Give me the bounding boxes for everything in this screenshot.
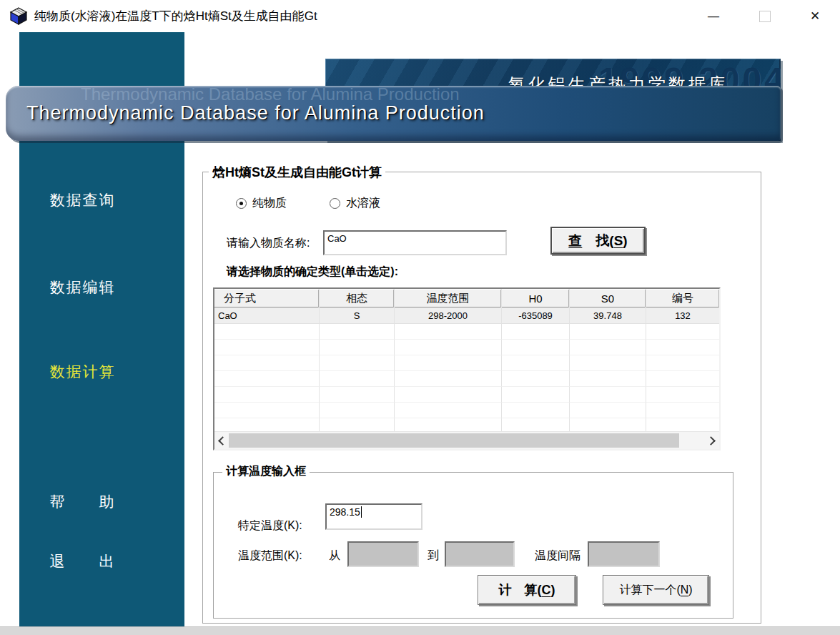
table-empty-row [214, 355, 719, 371]
chevron-right-icon [706, 436, 716, 446]
substance-name-input[interactable]: CaO [323, 230, 507, 255]
col-header-phase[interactable]: 相态 [320, 289, 395, 307]
minimize-icon: — [708, 10, 719, 23]
range-from-label: 从 [329, 548, 340, 563]
app-window: 纯物质(水溶液)在温度T下的焓Ht熵St及生成自由能Gt — ✕ 数据查询 数据… [0, 0, 840, 635]
close-icon: ✕ [810, 9, 820, 24]
cell-temp-range: 298-2000 [395, 307, 502, 324]
table-empty-row [214, 340, 719, 355]
maximize-icon [759, 11, 771, 22]
substance-type-radios: 纯物质 水溶液 [236, 196, 380, 211]
specific-temperature-input[interactable]: 298.15 [325, 503, 423, 530]
cell-formula: CaO [214, 307, 320, 324]
horizontal-scrollbar[interactable] [214, 431, 719, 449]
maximize-button[interactable] [748, 0, 781, 32]
temperature-groupbox-title: 计算温度输入框 [222, 464, 310, 479]
scroll-right-arrow[interactable] [705, 432, 719, 449]
col-header-h0[interactable]: H0 [502, 289, 570, 307]
title-bar: 纯物质(水溶液)在温度T下的焓Ht熵St及生成自由能Gt — ✕ [0, 0, 840, 32]
col-header-formula[interactable]: 分子式 [214, 289, 320, 307]
radio-pure-substance[interactable] [236, 198, 247, 209]
app-icon [9, 6, 29, 26]
search-button-label-part: S [614, 233, 623, 249]
banner-title-pill: Thermodynamic Database for Alumina Produ… [6, 86, 781, 141]
col-header-temp-range[interactable]: 温度范围 [395, 289, 502, 307]
radio-aqueous-solution-label[interactable]: 水溶液 [346, 196, 380, 211]
cell-id: 132 [646, 307, 719, 324]
minimize-button[interactable]: — [697, 0, 730, 32]
range-from-input[interactable] [347, 541, 419, 567]
col-header-s0[interactable]: S0 [570, 289, 646, 307]
scrollbar-thumb[interactable] [229, 433, 679, 448]
radio-pure-substance-label[interactable]: 纯物质 [252, 196, 287, 211]
table-header-row: 分子式 相态 温度范围 H0 S0 编号 [214, 289, 719, 307]
select-type-label: 请选择物质的确定类型(单击选定): [227, 265, 398, 280]
substance-name-value: CaO [327, 233, 347, 244]
sidebar-item-help[interactable]: 帮 助 [0, 492, 165, 512]
calculate-button-label-part: ) [551, 583, 555, 598]
col-header-id[interactable]: 编号 [646, 289, 719, 307]
table-empty-row [214, 403, 719, 418]
table-empty-row [214, 324, 719, 340]
search-button-label-part: 找( [582, 232, 613, 250]
calculate-button-label-part: C [542, 583, 551, 598]
text-caret [361, 506, 362, 518]
calculate-next-button[interactable]: 计算下一个(N) [603, 575, 709, 605]
specific-temperature-label: 特定温度(K): [238, 518, 302, 533]
interval-label: 温度间隔 [535, 548, 580, 563]
range-to-label: 到 [428, 548, 439, 563]
cell-s0: 39.748 [570, 307, 646, 324]
sidebar-item-data-edit[interactable]: 数据编辑 [0, 277, 165, 297]
cell-phase: S [320, 307, 395, 324]
chevron-left-icon [218, 436, 227, 446]
calculation-groupbox-title: 焓Ht熵St及生成自由能Gt计算 [209, 164, 385, 181]
calculate-next-button-label-part: ) [688, 584, 692, 596]
calculate-button-label-part: 计 算( [499, 581, 542, 599]
interval-input[interactable] [588, 541, 660, 567]
search-button-label-part: 查 [568, 232, 582, 250]
calculate-next-button-label-part: N [681, 584, 689, 596]
window-bottom-edge [0, 626, 840, 635]
scroll-left-arrow[interactable] [214, 432, 229, 449]
table-empty-row [214, 387, 719, 403]
range-to-input[interactable] [445, 541, 515, 567]
calculate-next-button-label-part: 计算下一个( [619, 583, 680, 598]
temperature-range-label: 温度范围(K): [238, 548, 302, 563]
close-button[interactable]: ✕ [799, 0, 831, 32]
specific-temperature-value: 298.15 [330, 506, 360, 518]
banner-english-title: Thermodynamic Database for Alumina Produ… [26, 102, 485, 124]
cell-h0: -635089 [502, 307, 570, 324]
sidebar-item-data-query[interactable]: 数据查询 [0, 190, 165, 210]
sidebar-item-exit[interactable]: 退 出 [0, 551, 165, 571]
radio-aqueous-solution[interactable] [330, 198, 340, 209]
window-title: 纯物质(水溶液)在温度T下的焓Ht熵St及生成自由能Gt [34, 8, 317, 24]
substance-name-label: 请输入物质名称: [227, 236, 310, 251]
table-empty-row [214, 371, 719, 387]
sidebar-item-data-calc[interactable]: 数据计算 [0, 362, 165, 382]
radio-selected-dot [239, 202, 243, 205]
table-row-cao[interactable]: CaO S 298-2000 -635089 39.748 132 [214, 307, 719, 324]
substance-table: 分子式 相态 温度范围 H0 S0 编号 CaO S 298-2000 -635… [213, 287, 721, 451]
calculate-button[interactable]: 计 算(C) [478, 575, 576, 605]
search-button[interactable]: 查 找(S) [550, 227, 646, 255]
search-button-label-part: ) [623, 233, 627, 249]
